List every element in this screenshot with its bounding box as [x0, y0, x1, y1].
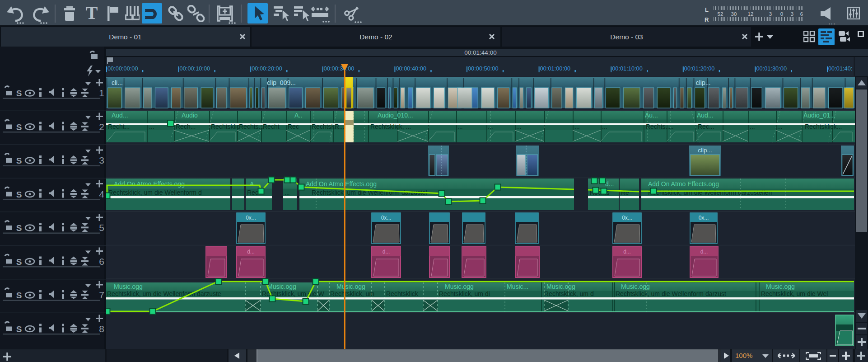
svg-text:A..: A..: [250, 180, 257, 188]
svg-text:clip_009...: clip_009...: [267, 79, 296, 86]
svg-text:Recht: Recht: [263, 123, 280, 130]
svg-text:00:01:10:00: 00:01:10:00: [612, 65, 643, 72]
svg-text:Rechtsklick, um die Wellenform: Rechtsklick, um die Wellenform darzustel…: [648, 189, 772, 196]
svg-text:Add On Atmo Effects.ogg: Add On Atmo Effects.ogg: [306, 180, 377, 188]
svg-text:...: ...: [602, 123, 607, 130]
svg-text:Aud...: Aud...: [112, 112, 128, 119]
svg-text:Aud...: Aud...: [697, 112, 714, 119]
svg-text:Rechtsklick, um d: Rechtsklick, um d: [544, 290, 594, 297]
svg-text:R...: R...: [335, 123, 345, 130]
svg-text:...: ...: [285, 189, 290, 196]
svg-text:Rechts...: Rechts...: [646, 123, 671, 130]
svg-text:6: 6: [99, 256, 104, 267]
svg-text:Rechtsklick, um: Rechtsklick, um: [330, 290, 374, 297]
svg-text:00:00:40:00: 00:00:40:00: [396, 65, 426, 72]
svg-text:...: ...: [516, 123, 522, 130]
svg-text:0x...: 0x...: [622, 215, 632, 221]
svg-text:...: ...: [777, 123, 783, 130]
svg-text:Music.ogg: Music.ogg: [621, 283, 650, 290]
svg-text:...: ...: [574, 123, 580, 130]
svg-text:00:01:30:00: 00:01:30:00: [756, 65, 787, 72]
svg-text:Rechtsklick, um die Wellenform: Rechtsklick, um die Wellenform darzust: [616, 290, 726, 297]
svg-text:Music.ogg: Music.ogg: [336, 283, 365, 290]
svg-text:7: 7: [99, 290, 104, 300]
svg-text:Audio_010...: Audio_010...: [378, 112, 413, 119]
svg-text:...: ...: [668, 123, 674, 130]
svg-text:0x...: 0x...: [246, 215, 256, 221]
svg-text:Music.ogg: Music.ogg: [546, 283, 575, 290]
svg-text:Re: Re: [621, 189, 629, 196]
svg-text:00:00:50:00: 00:00:50:00: [468, 65, 499, 72]
svg-text:Rechts...: Rechts...: [239, 123, 264, 130]
svg-text:0x...: 0x...: [699, 215, 709, 221]
svg-text:Music.ogg: Music.ogg: [445, 283, 474, 290]
svg-text:d...: d...: [383, 249, 390, 255]
svg-text:S: S: [16, 223, 22, 233]
svg-text:Rec: Rec: [247, 189, 258, 196]
svg-text:00:00:30:00: 00:00:30:00: [324, 65, 355, 72]
svg-text:Rechtsklick, um die Wel: Rechtsklick, um die Wel: [761, 290, 828, 297]
svg-text:8: 8: [99, 324, 104, 334]
svg-text:S: S: [16, 89, 22, 98]
svg-text:00:01:20:00: 00:01:20:00: [684, 65, 715, 72]
svg-text:Music.ogg: Music.ogg: [114, 283, 143, 290]
svg-text:4: 4: [99, 189, 104, 199]
svg-text:S: S: [16, 257, 22, 267]
svg-text:Rechtsklick, ...: Rechtsklick, ...: [370, 123, 411, 130]
svg-text:1: 1: [99, 88, 104, 98]
svg-text:00:01:00:00: 00:01:00:00: [540, 65, 571, 72]
svg-text:Rechtsklic: Rechtsklic: [211, 123, 240, 130]
svg-text:clip...: clip...: [698, 147, 712, 154]
svg-text:00:00:10:00: 00:00:10:00: [180, 65, 210, 72]
svg-text:d...: d...: [605, 180, 614, 188]
svg-text:0x...: 0x...: [381, 215, 392, 221]
svg-text:Audio_01...: Audio_01...: [803, 112, 835, 119]
svg-text:S: S: [16, 122, 22, 132]
svg-text:...: ...: [149, 123, 154, 130]
svg-text:Add On Atmo Effects.ogg: Add On Atmo Effects.ogg: [648, 180, 719, 188]
svg-text:Music...: Music...: [507, 283, 528, 290]
svg-text:A..: A..: [294, 112, 302, 119]
svg-text:Au...: Au...: [645, 112, 658, 119]
svg-text:Rec...: Rec...: [698, 123, 714, 130]
svg-text:S: S: [16, 291, 22, 300]
svg-text:Music.ogg: Music.ogg: [766, 283, 795, 290]
svg-text:...: ...: [750, 123, 755, 130]
svg-text:...: ...: [488, 123, 493, 130]
svg-text:...: ...: [457, 123, 463, 130]
svg-text:cli...: cli...: [112, 79, 123, 86]
svg-text:Music.ogg: Music.ogg: [267, 283, 296, 290]
svg-text:S: S: [16, 156, 22, 165]
svg-text:5: 5: [99, 222, 104, 233]
svg-text:Rechtsklick...: Rechtsklick...: [805, 123, 842, 130]
svg-text:clip...: clip...: [696, 79, 711, 86]
svg-text:Rech...: Rech...: [176, 123, 196, 130]
svg-text:d...: d...: [247, 249, 255, 255]
svg-text:Rec: Rec: [288, 123, 299, 130]
svg-text:Rechtsklick: Rechtsklick: [386, 290, 419, 297]
svg-text:Rechtsklick, um di: Rechtsklick, um di: [439, 290, 490, 297]
svg-text:3: 3: [99, 155, 104, 165]
svg-text:S: S: [16, 190, 22, 199]
svg-text:2: 2: [99, 122, 104, 132]
svg-text:Recht...: Recht...: [108, 123, 130, 130]
svg-text:d...: d...: [623, 249, 631, 255]
svg-text:00:00:20:00: 00:00:20:00: [252, 65, 282, 72]
svg-text:S: S: [16, 324, 22, 334]
svg-text:Rechtsklick, um die Wellenform: Rechtsklick, um die Wellenform darzuste: [107, 290, 221, 297]
svg-text:00:01:40:: 00:01:40:: [828, 65, 852, 72]
svg-text:d...: d...: [700, 249, 708, 255]
svg-text:Audio: Audio: [182, 112, 198, 119]
svg-text:Rechtsklick, um die Wellenform: Rechtsklick, um die Wellenform d: [108, 189, 202, 196]
svg-text:Add On Atmo Effects.ogg: Add On Atmo Effects.ogg: [114, 180, 185, 188]
svg-text:00:00:00:00: 00:00:00:00: [107, 65, 138, 72]
